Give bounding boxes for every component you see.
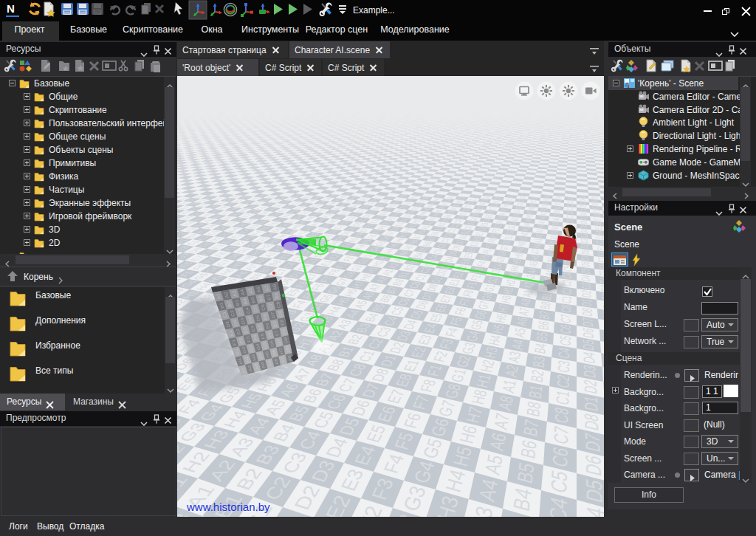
- svg-text:www.historian.by: www.historian.by: [186, 501, 270, 513]
